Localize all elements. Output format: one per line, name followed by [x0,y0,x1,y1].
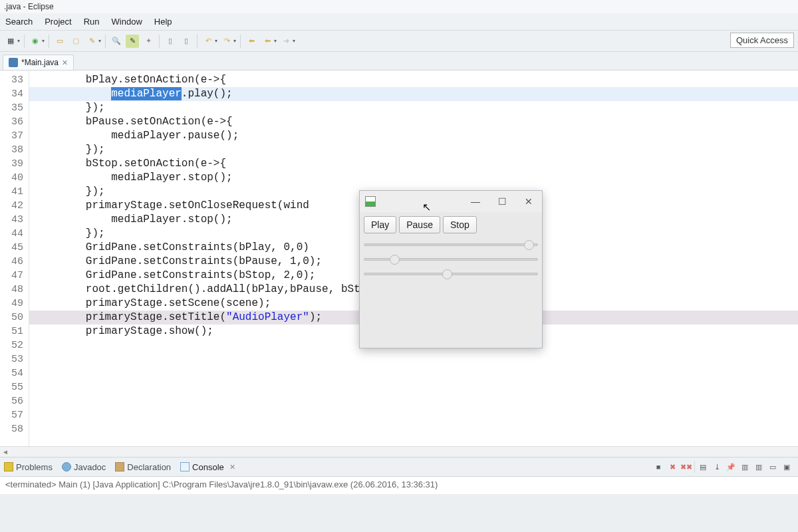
bookmark-icon[interactable]: ▯ [164,35,177,48]
main-toolbar: ▦▾ ◉▾ ▭ ▢ ✎▾ 🔍 ✎ ✦ ▯ ▯ ↶▾ ↷▾ ⬅ ⬅▾ ➔▾ Qui… [0,31,798,52]
editor-tab-bar: *Main.java ✕ [0,52,798,70]
stop-button[interactable]: Stop [443,216,477,233]
task-icon[interactable]: ▯ [180,35,193,48]
forward-arrow-icon[interactable]: ➔ [279,35,293,48]
close-icon[interactable]: ✕ [229,463,235,471]
console-toolbar: ■ ✖ ✖✖ ▤ ⤓ 📌 ▥ ▥ ▭ ▣ [652,461,793,473]
open-type-icon[interactable]: ▭ [53,35,66,48]
console-output: <terminated> Main (1) [Java Application]… [0,477,798,494]
close-button[interactable]: ✕ [515,191,542,212]
clear-console-icon[interactable]: ▤ [697,461,709,473]
terminate-icon[interactable]: ■ [652,461,664,473]
fx-app-icon [365,196,376,207]
play-button[interactable]: Play [364,216,396,233]
maximize-icon[interactable]: ▣ [781,461,793,473]
remove-all-icon[interactable]: ✖✖ [680,461,692,473]
console-icon [180,462,190,471]
menu-help[interactable]: Help [154,17,172,27]
minimize-button[interactable]: — [462,191,489,212]
maximize-button[interactable]: ☐ [489,191,515,212]
menu-search[interactable]: Search [5,17,33,27]
java-file-icon [9,58,18,67]
run-green-icon[interactable]: ◉ [29,35,42,48]
annotate-icon[interactable]: ✦ [142,35,155,48]
menu-bar: Search Project Run Window Help [0,13,798,31]
window-title: .java - Eclipse [0,0,798,13]
bottom-view-tabs: Problems Javadoc Declaration Console ✕ ■… [0,457,798,477]
horizontal-scrollbar[interactable]: ◄ [0,446,798,457]
slider-1[interactable] [364,239,538,251]
new-icon[interactable]: ▦ [4,35,17,48]
close-icon[interactable]: ✕ [62,59,68,67]
tab-problems[interactable]: Problems [4,462,53,472]
tab-console[interactable]: Console ✕ [180,462,235,472]
menu-run[interactable]: Run [84,17,100,27]
pin-console-icon[interactable]: 📌 [725,461,737,473]
highlight-icon[interactable]: ✎ [126,35,139,48]
open-resource-icon[interactable]: ▢ [69,35,82,48]
javafx-app-window[interactable]: — ☐ ✕ Play Pause Stop [359,190,543,348]
search-icon[interactable]: 🔍 [110,35,123,48]
remove-launch-icon[interactable]: ✖ [666,461,678,473]
slider-2[interactable] [364,253,538,265]
fx-titlebar[interactable]: — ☐ ✕ [360,191,542,212]
slider-3[interactable] [364,268,538,280]
editor-tab-label: *Main.java [21,58,59,67]
quick-access[interactable]: Quick Access [730,33,794,48]
menu-window[interactable]: Window [112,17,142,27]
tab-javadoc[interactable]: Javadoc [62,462,106,472]
minimize-icon[interactable]: ▭ [767,461,779,473]
menu-project[interactable]: Project [45,17,71,27]
open-console-icon[interactable]: ▥ [753,461,765,473]
scroll-left-icon[interactable]: ◄ [0,448,11,456]
problems-icon [4,462,13,471]
editor-tab-main[interactable]: *Main.java ✕ [3,55,74,70]
line-gutter: 3334353637383940414243444546474849505152… [0,70,29,446]
javadoc-icon [62,462,71,471]
scroll-lock-icon[interactable]: ⤓ [711,461,723,473]
back-arrow2-icon[interactable]: ⬅ [261,35,274,48]
wand-icon[interactable]: ✎ [85,35,98,48]
declaration-icon [115,462,124,471]
nav-next-icon[interactable]: ↷ [220,35,233,48]
tab-declaration[interactable]: Declaration [115,462,171,472]
back-arrow-icon[interactable]: ⬅ [245,35,258,48]
display-selected-icon[interactable]: ▥ [739,461,751,473]
nav-prev-icon[interactable]: ↶ [201,35,215,48]
pause-button[interactable]: Pause [399,216,440,233]
